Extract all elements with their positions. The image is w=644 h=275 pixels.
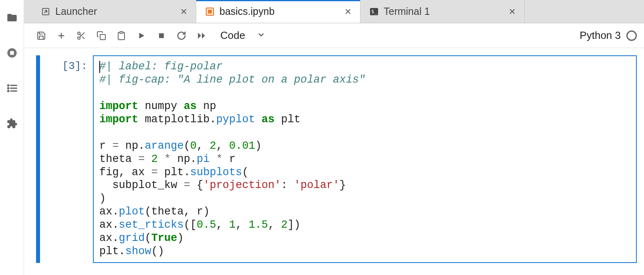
launcher-icon xyxy=(41,7,50,16)
svg-rect-23 xyxy=(159,33,164,38)
restart-run-all-button[interactable] xyxy=(191,26,211,45)
cell-active-indicator xyxy=(36,55,40,263)
run-button[interactable] xyxy=(131,26,151,45)
running-icon[interactable] xyxy=(6,47,18,59)
code-editor[interactable]: #| label: fig-polar #| fig-cap: "A line … xyxy=(93,55,637,263)
svg-marker-24 xyxy=(198,32,201,38)
notebook-icon xyxy=(205,7,215,16)
tab-basics-ipynb[interactable]: basics.ipynb × xyxy=(196,0,360,23)
tab-label: Launcher xyxy=(55,6,97,17)
execution-prompt: [3]: xyxy=(40,55,93,263)
svg-point-6 xyxy=(8,91,9,92)
tab-label: basics.ipynb xyxy=(219,6,275,17)
svg-line-18 xyxy=(82,36,85,39)
svg-point-4 xyxy=(8,88,9,89)
code-cell[interactable]: [3]: #| label: fig-polar #| fig-cap: "A … xyxy=(36,55,637,263)
svg-rect-21 xyxy=(120,32,123,33)
cell-type-select[interactable]: Code xyxy=(220,29,265,42)
svg-rect-1 xyxy=(10,51,14,55)
svg-marker-22 xyxy=(139,32,145,38)
interrupt-button[interactable] xyxy=(151,26,171,45)
copy-button[interactable] xyxy=(91,26,111,45)
notebook-toolbar: Code Python 3 xyxy=(24,23,644,48)
save-button[interactable] xyxy=(31,26,51,45)
activity-rail xyxy=(0,0,24,275)
svg-line-19 xyxy=(80,34,81,36)
extensions-icon[interactable] xyxy=(6,118,18,129)
restart-button[interactable] xyxy=(171,26,191,45)
tab-launcher[interactable]: Launcher × xyxy=(32,0,196,23)
cell-type-label: Code xyxy=(220,29,245,42)
svg-text:$_: $_ xyxy=(371,9,377,14)
kernel-status-indicator[interactable] xyxy=(626,30,637,41)
svg-point-2 xyxy=(8,85,9,86)
paste-button[interactable] xyxy=(111,26,131,45)
chevron-down-icon xyxy=(257,29,265,42)
kernel-name[interactable]: Python 3 xyxy=(580,29,621,42)
tab-terminal-1[interactable]: $_ Terminal 1 × xyxy=(360,0,525,23)
close-icon[interactable]: × xyxy=(181,6,187,17)
main-panel: Launcher × basics.ipynb × $_ Terminal 1 … xyxy=(24,0,644,275)
cut-button[interactable] xyxy=(71,26,91,45)
svg-rect-20 xyxy=(100,34,105,40)
svg-point-15 xyxy=(78,32,80,34)
text-caret xyxy=(99,61,100,73)
close-icon[interactable]: × xyxy=(345,6,351,17)
svg-rect-10 xyxy=(208,10,212,14)
svg-point-16 xyxy=(78,37,80,39)
insert-cell-button[interactable] xyxy=(51,26,71,45)
notebook-body[interactable]: [3]: #| label: fig-polar #| fig-cap: "A … xyxy=(24,48,644,275)
tab-label: Terminal 1 xyxy=(384,6,430,17)
toc-list-icon[interactable] xyxy=(6,83,18,94)
tab-bar: Launcher × basics.ipynb × $_ Terminal 1 … xyxy=(24,0,644,23)
folder-icon[interactable] xyxy=(6,12,18,23)
close-icon[interactable]: × xyxy=(509,6,515,17)
terminal-icon: $_ xyxy=(369,7,379,16)
svg-marker-25 xyxy=(202,32,205,38)
